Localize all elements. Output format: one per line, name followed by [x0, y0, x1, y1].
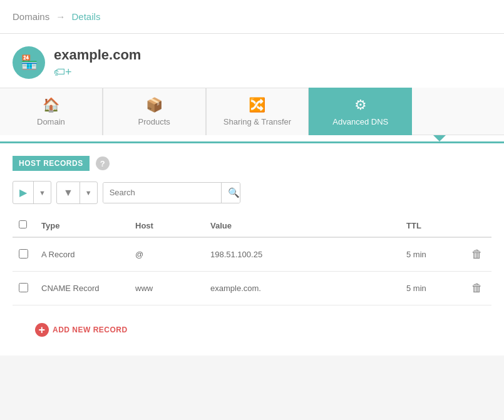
add-record-label: ADD NEW RECORD [53, 325, 128, 334]
help-icon[interactable]: ? [96, 156, 110, 170]
row2-check-cell [13, 272, 35, 305]
plus-icon: + [35, 323, 49, 337]
breadcrumb-current[interactable]: Details [72, 11, 101, 22]
row2-action: 🗑 [463, 272, 491, 305]
active-tab-indicator [433, 135, 446, 141]
search-input[interactable] [103, 183, 221, 203]
row1-type: A Record [35, 237, 129, 272]
search-wrapper: 🔍 [103, 182, 240, 203]
col-header-host: Host [129, 214, 204, 237]
row1-action: 🗑 [463, 237, 491, 272]
filter-icon: ▼ [57, 182, 80, 203]
table-header-row: Type Host Value TTL [13, 214, 491, 237]
table-row: A Record @ 198.51.100.25 5 min 🗑 [13, 237, 491, 272]
domain-info: example.com 🏷+ [54, 47, 141, 79]
content-area: HOST RECORDS ? ▶ ▼ ▼ ▼ 🔍 [0, 141, 504, 356]
row2-checkbox[interactable] [19, 283, 28, 292]
tab-products[interactable]: 📦 Products [103, 88, 206, 135]
row1-checkbox[interactable] [19, 249, 28, 259]
row1-delete-button[interactable]: 🗑 [469, 247, 485, 262]
records-table: Type Host Value TTL A Record @ 198.51.10… [13, 214, 491, 305]
search-button[interactable]: 🔍 [221, 183, 240, 203]
col-header-value: Value [204, 214, 400, 237]
domain-header: 🏪 example.com 🏷+ [0, 34, 504, 79]
avatar: 🏪 [13, 46, 45, 79]
filter-dropdown[interactable]: ▼ ▼ [56, 182, 98, 204]
add-record-area: + ADD NEW RECORD [13, 305, 491, 343]
row2-value: example.com. [204, 272, 400, 305]
table-row: CNAME Record www example.com. 5 min 🗑 [13, 272, 491, 305]
action-dropdown[interactable]: ▶ ▼ [13, 181, 51, 204]
filter-arrow-icon: ▼ [80, 184, 97, 202]
tab-dns-label: Advanced DNS [332, 117, 388, 126]
section-title: HOST RECORDS [13, 156, 90, 171]
dns-icon: ⚙ [354, 97, 367, 113]
row1-ttl: 5 min [400, 237, 463, 272]
tab-bar: 🏠 Domain 📦 Products 🔀 Sharing & Transfer… [0, 88, 504, 135]
tag-add-button[interactable]: 🏷+ [54, 66, 141, 79]
col-header-action [463, 214, 491, 237]
tab-sharing[interactable]: 🔀 Sharing & Transfer [206, 88, 309, 135]
col-header-type: Type [35, 214, 129, 237]
col-header-check [13, 214, 35, 237]
breadcrumb-separator: → [56, 11, 65, 22]
row1-value: 198.51.100.25 [204, 237, 400, 272]
avatar-icon: 🏪 [21, 54, 38, 71]
row2-delete-button[interactable]: 🗑 [469, 280, 485, 296]
tab-domain-label: Domain [37, 117, 65, 126]
row1-host: @ [129, 237, 204, 272]
box-icon: 📦 [146, 97, 163, 113]
breadcrumb: Domains → Details [0, 0, 504, 34]
col-header-ttl: TTL [400, 214, 463, 237]
toolbar: ▶ ▼ ▼ ▼ 🔍 [13, 181, 491, 204]
row2-type: CNAME Record [35, 272, 129, 305]
domain-name: example.com [54, 47, 141, 63]
action-play-icon: ▶ [13, 182, 34, 203]
add-new-record-button[interactable]: + ADD NEW RECORD [35, 323, 128, 337]
row2-host: www [129, 272, 204, 305]
select-all-checkbox[interactable] [19, 220, 27, 228]
row1-check-cell [13, 237, 35, 272]
tab-products-label: Products [138, 117, 170, 126]
tab-domain[interactable]: 🏠 Domain [0, 88, 103, 135]
home-icon: 🏠 [43, 97, 59, 113]
tab-sharing-label: Sharing & Transfer [224, 117, 291, 126]
action-arrow-icon: ▼ [34, 184, 51, 202]
breadcrumb-parent[interactable]: Domains [13, 11, 49, 22]
tab-advanced-dns[interactable]: ⚙ Advanced DNS [309, 88, 412, 135]
section-header: HOST RECORDS ? [13, 156, 491, 171]
transfer-icon: 🔀 [249, 97, 265, 113]
row2-ttl: 5 min [400, 272, 463, 305]
